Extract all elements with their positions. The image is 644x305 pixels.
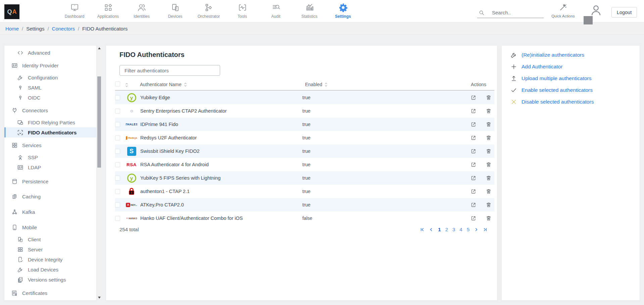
action-upload-multiple-authenticators[interactable]: Upload multiple authenticators	[502, 72, 640, 84]
sidebar-item-load-devices[interactable]: Load Devices	[4, 264, 96, 274]
row-checkbox[interactable]	[115, 95, 120, 100]
delete-authenticator-button[interactable]	[486, 162, 492, 168]
sort-icon[interactable]	[184, 82, 187, 87]
user-avatar-icon[interactable]	[590, 4, 602, 16]
pagination-page-5[interactable]: 5	[467, 227, 469, 232]
nav-item-devices[interactable]: Devices	[158, 3, 192, 19]
breadcrumb-item-conectors[interactable]: Conectors	[52, 26, 75, 32]
select-all-checkbox[interactable]	[115, 81, 120, 86]
authenticator-name: Sentry Enterprises CTAP2 Authenticator	[140, 108, 302, 114]
row-checkbox[interactable]	[115, 122, 120, 127]
row-checkbox[interactable]	[115, 202, 120, 207]
sidebar-item-mobile[interactable]: Mobile	[4, 222, 96, 232]
open-authenticator-button[interactable]	[470, 148, 477, 154]
row-checkbox[interactable]	[115, 176, 120, 181]
sidebar-item-versions-settings[interactable]: Versions settings	[4, 274, 96, 285]
scroll-up-arrow-icon[interactable]	[98, 47, 101, 49]
nav-item-settings[interactable]: Settings	[326, 3, 360, 19]
open-authenticator-button[interactable]	[470, 162, 477, 168]
action-re-initialize-authenticators[interactable]: (Re)initialize authenticators	[502, 49, 640, 61]
scroll-down-arrow-icon[interactable]	[98, 297, 101, 299]
open-authenticator-button[interactable]	[470, 135, 477, 141]
nav-item-applications[interactable]: Applications	[91, 3, 125, 19]
open-authenticator-button[interactable]	[470, 215, 477, 221]
filter-authenticators-input[interactable]	[119, 65, 220, 76]
nav-item-audit[interactable]: Audit	[259, 3, 293, 19]
global-search	[477, 7, 544, 18]
kafka-icon	[11, 209, 18, 215]
pagination-last-button[interactable]	[483, 227, 488, 232]
delete-authenticator-button[interactable]	[486, 148, 492, 154]
delete-authenticator-button[interactable]	[486, 202, 492, 208]
enabled-value: true	[302, 122, 403, 127]
sidebar-item-ldap[interactable]: LDAP	[4, 162, 96, 172]
pagination-previous-button[interactable]	[429, 227, 434, 232]
sidebar-item-services[interactable]: Services	[4, 140, 96, 150]
table-row-sentry-enterprises-ctap2-authenticator: Sentry Enterprises CTAP2 Authenticatortr…	[115, 104, 494, 118]
sidebar-item-client[interactable]: Client	[4, 234, 96, 244]
sidebar-item-advanced[interactable]: Advanced	[4, 48, 96, 58]
nav-item-orchestrator[interactable]: Orchestrator	[192, 3, 226, 19]
sidebar-item-persistence[interactable]: Persistence	[4, 176, 96, 186]
delete-authenticator-button[interactable]	[486, 175, 492, 181]
action-add-authenticator[interactable]: Add Authenticator	[502, 61, 640, 72]
open-authenticator-button[interactable]	[470, 188, 477, 194]
logout-button[interactable]: Logout	[611, 7, 637, 17]
pagination-first-button[interactable]	[420, 227, 425, 232]
open-authenticator-button[interactable]	[470, 95, 477, 101]
row-checkbox[interactable]	[115, 216, 120, 221]
action-disable-selected-authenticators[interactable]: Disable selected authenticators	[502, 96, 640, 108]
delete-authenticator-button[interactable]	[486, 215, 492, 221]
sidebar-item-ssp[interactable]: SSP	[4, 152, 96, 162]
sidebar-item-fido-relying-parties[interactable]: FIDO Relying Parties	[4, 117, 96, 127]
row-checkbox[interactable]	[115, 135, 120, 140]
search-input[interactable]	[492, 10, 539, 15]
delete-authenticator-button[interactable]	[486, 108, 492, 114]
scrollbar-thumb[interactable]	[97, 76, 101, 168]
nav-item-identities[interactable]: Identities	[125, 3, 158, 19]
delete-authenticator-button[interactable]	[486, 135, 492, 141]
pagination-page-2[interactable]: 2	[445, 227, 448, 232]
open-authenticator-button[interactable]	[470, 108, 477, 114]
sidebar-item-connectors[interactable]: Connectors	[4, 105, 96, 115]
sort-icon[interactable]	[324, 82, 328, 87]
sidebar-scrollbar[interactable]	[97, 45, 102, 301]
delete-authenticator-button[interactable]	[486, 121, 492, 127]
app-logo[interactable]: Q A	[4, 4, 19, 19]
nav-item-statistics[interactable]: Statistics	[293, 3, 326, 19]
sidebar-item-fido-authenticators[interactable]: FIDO Authenticators	[4, 127, 96, 137]
row-checkbox[interactable]	[115, 189, 120, 194]
column-header-name[interactable]: Authenticator Name	[140, 82, 182, 87]
sidebar-item-identity-provider[interactable]: Identity Provider	[4, 60, 96, 70]
action-enable-selected-authenticators[interactable]: Enable selected authenticators	[502, 84, 640, 96]
row-checkbox[interactable]	[115, 109, 120, 114]
sidebar-item-saml[interactable]: SAML	[4, 82, 96, 93]
search-icon[interactable]	[477, 10, 492, 16]
nav-item-tools[interactable]: Tools	[226, 3, 259, 19]
sidebar-item-partial[interactable]	[4, 300, 96, 301]
pagination-page-1[interactable]: 1	[438, 227, 441, 232]
sidebar-item-certificates[interactable]: Certificates	[4, 288, 96, 298]
open-authenticator-button[interactable]	[470, 121, 477, 127]
quick-actions-button[interactable]: Quick Actions	[551, 3, 575, 18]
column-header-enabled[interactable]: Enabled	[305, 82, 322, 87]
sidebar-item-caching[interactable]: Caching	[4, 191, 96, 201]
open-authenticator-button[interactable]	[470, 202, 477, 208]
row-checkbox[interactable]	[115, 149, 120, 154]
collapsed-widget[interactable]	[584, 16, 593, 24]
sidebar-item-kafka[interactable]: Kafka	[4, 207, 96, 217]
delete-authenticator-button[interactable]	[486, 188, 492, 194]
nav-item-dashboard[interactable]: Dashboard	[58, 3, 91, 19]
pagination-next-button[interactable]	[474, 227, 479, 232]
breadcrumb-item-home[interactable]: Home	[5, 26, 19, 32]
pagination-page-3[interactable]: 3	[452, 227, 455, 232]
sidebar-item-oidc[interactable]: OIDC	[4, 93, 96, 103]
row-checkbox[interactable]	[115, 162, 120, 167]
delete-authenticator-button[interactable]	[486, 95, 492, 101]
open-authenticator-button[interactable]	[470, 175, 477, 181]
sidebar-item-device-integrity[interactable]: Device Integrity	[4, 254, 96, 264]
sidebar-item-server[interactable]: Server	[4, 244, 96, 254]
pagination-page-4[interactable]: 4	[459, 227, 462, 232]
sidebar-item-configuration[interactable]: Configuration	[4, 72, 96, 82]
sort-icon[interactable]	[125, 82, 129, 87]
